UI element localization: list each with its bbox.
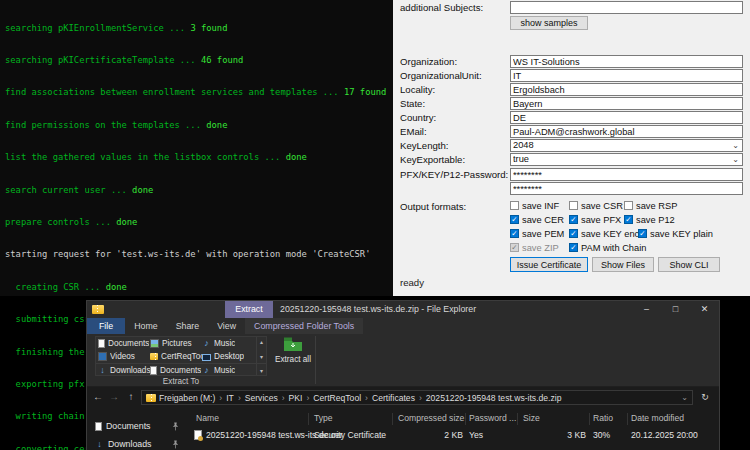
ribbon-group-label: Extract To [95, 377, 267, 386]
checkbox-save-pfx[interactable]: ✓ save PFX [569, 214, 621, 225]
extract-all-button[interactable]: Extract all [275, 336, 311, 386]
column-header-password[interactable]: Password ... [469, 413, 516, 423]
cert-request-form: additional Subjects: show samples Organi… [393, 0, 750, 296]
column-header-name[interactable]: Name [196, 413, 219, 423]
keyexportable-label: KeyExportable: [400, 154, 465, 165]
column-header-ratio[interactable]: Ratio [593, 413, 613, 423]
zip-folder-icon [92, 305, 104, 314]
extract-to-item-documents[interactable]: Documents [98, 337, 150, 350]
column-header-type[interactable]: Type [314, 413, 333, 423]
checkbox-save-pem[interactable]: ✓ save PEM [510, 228, 564, 239]
back-icon[interactable]: ← [91, 390, 105, 404]
explorer-main: Documents ↓ Downloads Name [87, 411, 719, 450]
additional-subjects-input[interactable] [510, 1, 743, 14]
breadcrumb-item[interactable]: PKI [288, 393, 304, 403]
show-samples-button[interactable]: show samples [510, 16, 588, 30]
checkbox-box: ✓ [510, 243, 519, 252]
sidebar-item-documents[interactable]: Documents [95, 421, 179, 431]
breadcrumb-item[interactable]: 20251220-195948 test.ws-its.de.zip [425, 393, 563, 403]
download-icon: ↓ [95, 440, 104, 449]
breadcrumb-separator-icon: › [235, 393, 244, 403]
refresh-icon[interactable]: ↻ [697, 390, 713, 405]
extract-to-item-videos[interactable]: Videos [98, 350, 150, 363]
column-separator[interactable] [627, 413, 628, 425]
column-separator[interactable] [392, 413, 393, 425]
extract-all-icon [283, 336, 303, 352]
column-separator[interactable] [465, 413, 466, 425]
sidebar-item-downloads[interactable]: ↓ Downloads [95, 439, 179, 449]
file-password-protected: Yes [469, 430, 483, 440]
checkbox-save-rsp[interactable]: save RSP [624, 200, 677, 211]
explorer-titlebar: Extract 20251220-195948 test.ws-its.de.z… [87, 301, 719, 318]
chevron-down-icon: ⌄ [731, 141, 740, 151]
breadcrumb-item[interactable]: Services [244, 393, 279, 403]
organizationalunit-input[interactable] [510, 69, 743, 82]
tab-view[interactable]: View [208, 318, 245, 334]
column-header-size[interactable]: Size [523, 413, 540, 423]
file-explorer-window: Extract 20251220-195948 test.ws-its.de.z… [86, 300, 720, 450]
screenshot-root: searching pKIEnrollmentService ... 3 fou… [0, 0, 750, 450]
close-button[interactable]: ✕ [690, 301, 719, 318]
keylength-select[interactable]: 2048 ⌄ [510, 139, 743, 152]
column-separator[interactable] [517, 413, 518, 425]
tab-home[interactable]: Home [125, 318, 166, 334]
maximize-button[interactable]: □ [661, 301, 690, 318]
window-title: 20251220-195948 test.ws-its.de.zip - Fil… [280, 301, 476, 318]
column-separator[interactable] [589, 413, 590, 425]
desktop-icon [202, 354, 211, 361]
extract-to-item-documents-2[interactable]: Documents [150, 364, 202, 376]
show-cli-button[interactable]: Show CLI [658, 257, 720, 272]
breadcrumb-item[interactable]: Freigaben (M:) [158, 393, 216, 403]
tab-file[interactable]: File [87, 318, 125, 334]
extract-to-item-downloads[interactable]: ↓ Downloads [98, 364, 150, 376]
address-bar[interactable]: Freigaben (M:) › IT › Services › PKI › C… [141, 390, 693, 405]
terminal-line: list the gathered values in the listbox … [5, 152, 388, 163]
column-separator[interactable] [308, 413, 309, 425]
extract-to-item-certreqtool[interactable]: CertReqTool [150, 350, 202, 363]
gallery-up-icon[interactable]: ▴ [260, 338, 263, 345]
tab-share[interactable]: Share [167, 318, 208, 334]
chevron-down-icon[interactable]: ⌄ [681, 393, 688, 402]
extract-to-item-music[interactable]: ♪ Music [202, 337, 254, 350]
extract-to-item-desktop[interactable]: Desktop [202, 350, 254, 363]
extract-to-item-music-2[interactable]: ♪ Music [202, 364, 254, 376]
gallery-down-icon[interactable]: ▾ [260, 353, 263, 360]
organization-input[interactable] [510, 55, 743, 68]
checkbox-pam-with-chain[interactable]: ✓ PAM with Chain [569, 242, 646, 253]
breadcrumb-item[interactable]: IT [225, 393, 235, 403]
email-input[interactable] [510, 125, 743, 138]
locality-input[interactable] [510, 83, 743, 96]
country-input[interactable] [510, 111, 743, 124]
show-files-button[interactable]: Show Files [592, 257, 654, 272]
keyexportable-select[interactable]: true ⌄ [510, 153, 743, 166]
breadcrumb-item[interactable]: CertReqTool [312, 393, 362, 403]
password-input-2[interactable] [510, 182, 743, 195]
issue-certificate-button[interactable]: Issue Certificate [510, 257, 588, 272]
checkbox-save-cer[interactable]: ✓ save CER [510, 214, 564, 225]
forward-icon[interactable]: → [107, 390, 121, 404]
breadcrumb-item[interactable]: Certificates [371, 393, 416, 403]
file-compressed-size: 2 KB [398, 430, 463, 440]
country-label: Country: [400, 112, 436, 123]
up-icon[interactable]: ↑ [124, 390, 138, 404]
tab-compressed-folder-tools[interactable]: Compressed Folder Tools [245, 318, 363, 334]
checkbox-save-key-plain[interactable]: ✓ save KEY plain [638, 228, 713, 239]
checkbox-save-csr[interactable]: save CSR [569, 200, 623, 211]
state-input[interactable] [510, 97, 743, 110]
music-icon: ♪ [202, 339, 211, 348]
gallery-more-icon[interactable]: ▾ [260, 367, 263, 374]
checkbox-save-key-enc[interactable]: ✓ save KEY enc. [569, 228, 642, 239]
minimize-button[interactable]: – [632, 301, 661, 318]
column-header-date-modified[interactable]: Date modified [631, 413, 684, 423]
checkbox-save-p12[interactable]: ✓ save P12 [624, 214, 675, 225]
gallery-scrollbar[interactable]: ▴ ▾ ▾ [256, 337, 266, 375]
column-header-compressed-size[interactable]: Compressed size [398, 413, 464, 423]
checkbox-box: ✓ [638, 229, 647, 238]
terminal-line: starting request for 'test.ws-its.de' wi… [5, 249, 388, 260]
window-controls: – □ ✕ [632, 301, 719, 318]
extract-to-item-pictures[interactable]: Pictures [150, 337, 202, 350]
checkbox-save-inf[interactable]: save INF [510, 200, 559, 211]
password-input-1[interactable] [510, 168, 743, 181]
file-list: Name Type Compressed size Password ... S… [183, 411, 719, 450]
terminal-line: find associations between enrollment ser… [5, 87, 388, 98]
